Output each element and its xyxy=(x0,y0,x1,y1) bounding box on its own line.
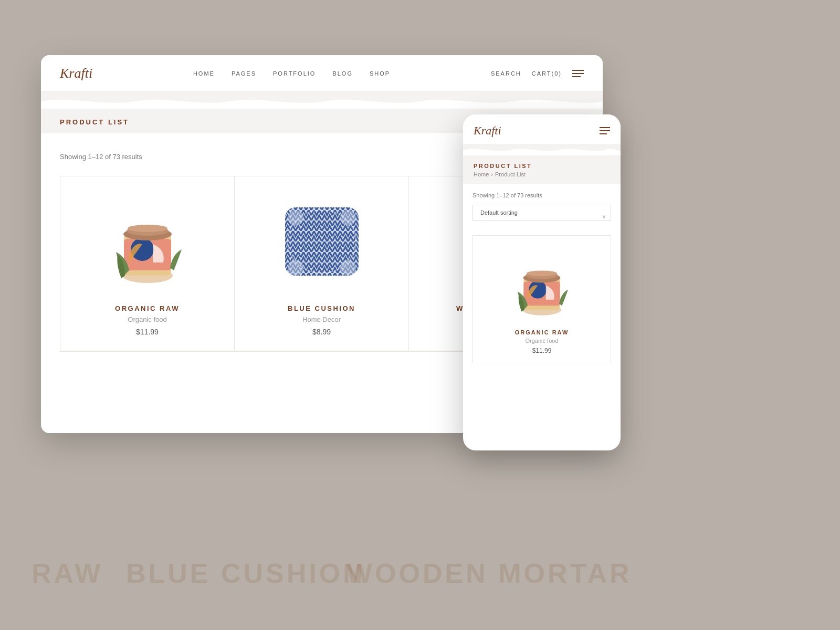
mobile-product-price: $11.99 xyxy=(532,347,552,354)
bg-label-cushion: BLUE CUSHION xyxy=(126,558,365,589)
svg-point-13 xyxy=(288,260,303,276)
bg-label-raw: RAW xyxy=(32,558,103,589)
header-actions: SEARCH CART(0) xyxy=(491,70,584,77)
mobile-logo[interactable]: Krafti xyxy=(474,124,501,138)
mobile-product-name: ORGANIC RAW xyxy=(515,329,569,335)
search-action[interactable]: SEARCH xyxy=(491,70,521,77)
mobile-breadcrumb-sep: › xyxy=(491,171,493,177)
hamburger-icon[interactable] xyxy=(572,70,584,77)
svg-point-7 xyxy=(128,225,167,232)
main-nav: HOME PAGES PORTFOLIO BLOG SHOP xyxy=(193,70,390,77)
bg-label-mortar: WOODEN MORTAR xyxy=(346,558,632,589)
product-category-2: Home Decor xyxy=(302,316,341,323)
results-text: Showing 1–12 of 73 results xyxy=(60,153,142,161)
mobile-product-image xyxy=(510,244,573,323)
mobile-page-header: PRODUCT LIST Home › Product List xyxy=(463,155,621,184)
nav-blog[interactable]: BLOG xyxy=(332,70,353,77)
product-image-jar xyxy=(71,189,224,294)
mobile-hamburger-icon[interactable] xyxy=(600,127,610,134)
mobile-breadcrumb: Home › Product List xyxy=(474,171,610,177)
svg-point-14 xyxy=(340,260,356,276)
jar-image xyxy=(113,194,182,289)
product-price-1: $11.99 xyxy=(136,328,159,336)
mobile-breadcrumb-current: Product List xyxy=(495,171,526,177)
mobile-content: Showing 1–12 of 73 results Default sorti… xyxy=(463,184,621,372)
product-image-cushion xyxy=(245,189,398,294)
svg-point-12 xyxy=(340,210,356,226)
mobile-wave xyxy=(463,144,621,153)
product-name-2: BLUE CUSHION xyxy=(288,304,355,312)
mobile-results-text: Showing 1–12 of 73 results xyxy=(472,192,611,198)
product-name-1: ORGANIC RAW xyxy=(115,304,180,312)
mobile-sort-wrapper: Default sorting xyxy=(472,205,611,228)
product-price-2: $8.99 xyxy=(312,328,331,336)
page-title: PRODUCT LIST xyxy=(60,118,129,126)
product-card-1[interactable]: ORGANIC RAW Organic food $11.99 xyxy=(60,176,235,351)
nav-home[interactable]: HOME xyxy=(193,70,215,77)
mobile-page-title: PRODUCT LIST xyxy=(474,163,610,169)
mobile-product-category: Organic food xyxy=(526,338,559,344)
mobile-sort-select[interactable]: Default sorting xyxy=(472,205,611,220)
product-category-1: Organic food xyxy=(128,316,166,323)
wave-divider xyxy=(41,92,603,107)
svg-point-25 xyxy=(527,270,557,276)
svg-point-11 xyxy=(288,210,303,226)
mobile-product-card[interactable]: ORGANIC RAW Organic food $11.99 xyxy=(472,235,611,363)
product-card-2[interactable]: BLUE CUSHION Home Decor $8.99 xyxy=(235,176,409,351)
nav-pages[interactable]: PAGES xyxy=(232,70,256,77)
mobile-header: Krafti xyxy=(463,114,621,144)
mobile-jar-image xyxy=(516,247,568,320)
nav-portfolio[interactable]: PORTFOLIO xyxy=(273,70,316,77)
nav-shop[interactable]: SHOP xyxy=(370,70,390,77)
mobile-card: Krafti PRODUCT LIST Home › Product List … xyxy=(463,114,621,450)
cart-action[interactable]: CART(0) xyxy=(532,70,562,77)
logo[interactable]: Krafti xyxy=(60,66,92,81)
desktop-header: Krafti HOME PAGES PORTFOLIO BLOG SHOP SE… xyxy=(41,55,603,92)
mobile-breadcrumb-home[interactable]: Home xyxy=(474,171,489,177)
cushion-image xyxy=(280,200,364,284)
